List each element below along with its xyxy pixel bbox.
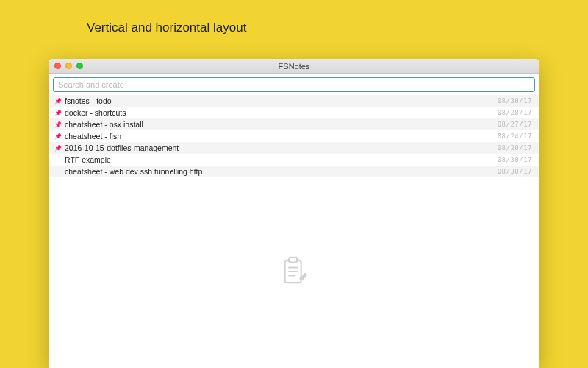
note-date: 08/30/17 (498, 168, 532, 175)
search-input[interactable] (58, 80, 530, 89)
note-list: 📌fsnotes - todo08/30/17📌docker - shortcu… (49, 95, 539, 177)
window-title: FSNotes (49, 62, 539, 71)
app-window: FSNotes 📌fsnotes - todo08/30/17📌docker -… (49, 59, 539, 368)
list-item[interactable]: 📌fsnotes - todo08/30/17 (49, 95, 539, 107)
window-titlebar[interactable]: FSNotes (49, 59, 539, 74)
list-item[interactable]: cheatsheet - web dev ssh tunnelling http… (49, 166, 539, 177)
note-title: docker - shortcuts (65, 108, 498, 117)
editor-pane (49, 177, 539, 368)
note-title: RTF example (65, 155, 498, 164)
note-title: cheatsheet - web dev ssh tunnelling http (65, 167, 498, 176)
svg-rect-1 (289, 257, 297, 262)
note-date: 08/24/17 (498, 132, 532, 140)
note-date: 08/27/17 (498, 121, 532, 128)
pin-icon: 📌 (54, 145, 62, 152)
list-item[interactable]: 📌2016-10-15-dotfiles-management08/20/17 (49, 142, 539, 154)
note-date: 08/20/17 (498, 144, 532, 152)
clipboard-empty-icon (278, 255, 310, 291)
note-title: 2016-10-15-dotfiles-management (65, 144, 498, 152)
search-field[interactable] (53, 77, 535, 92)
note-title: cheatsheet - fish (65, 132, 498, 141)
pin-icon: 📌 (54, 98, 62, 105)
note-title: cheatsheet - osx install (65, 120, 498, 129)
pin-icon: 📌 (54, 121, 62, 128)
pin-icon: 📌 (54, 133, 62, 140)
list-item[interactable]: RTF example08/30/17 (49, 154, 539, 166)
note-date: 08/30/17 (498, 97, 532, 105)
note-date: 08/28/17 (498, 109, 532, 116)
note-title: fsnotes - todo (65, 96, 498, 105)
list-item[interactable]: 📌cheatsheet - fish08/24/17 (49, 130, 539, 142)
list-item[interactable]: 📌cheatsheet - osx install08/27/17 (49, 118, 539, 130)
pin-icon: 📌 (54, 110, 62, 116)
list-item[interactable]: 📌docker - shortcuts08/28/17 (49, 107, 539, 118)
page-heading: Vertical and horizontal layout (87, 21, 246, 35)
note-date: 08/30/17 (498, 156, 532, 163)
